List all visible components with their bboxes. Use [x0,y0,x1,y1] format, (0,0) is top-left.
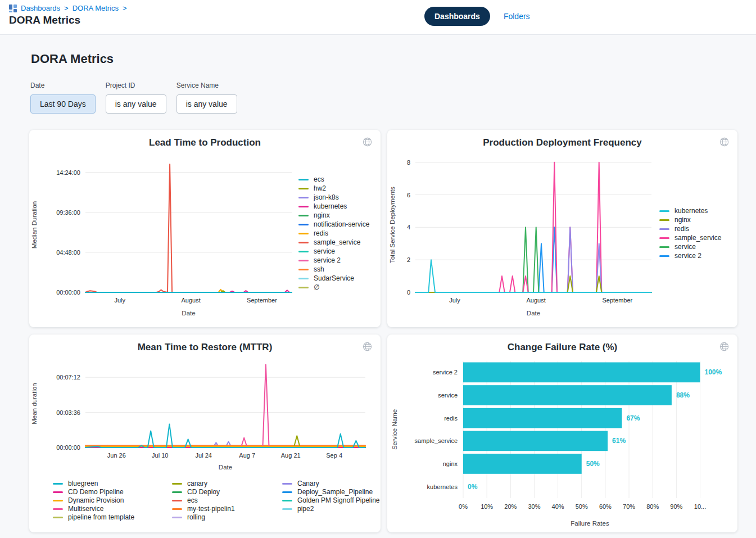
breadcrumb-dora-metrics-link[interactable]: DORA Metrics [73,4,119,12]
svg-text:20%: 20% [504,503,517,510]
service-name-filter-chip[interactable]: is any value [176,94,237,114]
legend-swatch [53,508,63,510]
svg-text:August: August [181,297,200,304]
legend-item-cd-deploy[interactable]: CD Deploy [172,488,282,496]
breadcrumb-dashboards-link[interactable]: Dashboards [21,4,60,12]
svg-text:2: 2 [407,256,410,263]
svg-text:Aug 21: Aug 21 [281,452,301,459]
legend-item-notification-service[interactable]: notification-service [298,220,369,229]
legend-item-canary[interactable]: Canary [282,480,381,488]
breadcrumb-separator: > [64,4,69,12]
svg-text:50%: 50% [586,460,600,468]
date-filter-chip[interactable]: Last 90 Days [30,94,96,114]
deployment-frequency-chart-canvas[interactable]: 02468JulyAugustSeptemberDateTotal Servic… [387,148,657,318]
legend-swatch [53,517,63,518]
legend-item-service[interactable]: service [298,247,369,256]
svg-text:Jun 26: Jun 26 [107,452,126,459]
legend-item-deploy-sample-pipeline[interactable]: Deploy_Sample_Pipeline [282,488,381,496]
mttr-chart-canvas[interactable]: 00:00:0000:03:3600:07:12Jun 26Jul 10Jul … [29,353,371,472]
svg-text:4: 4 [407,224,410,230]
tab-dashboards[interactable]: Dashboards [424,7,490,26]
legend-item-service-2[interactable]: service 2 [298,256,369,265]
legend-item-multiservice[interactable]: Multiservice [53,505,172,513]
legend-swatch [298,251,309,252]
legend-label: CD Demo Pipeline [68,488,124,496]
legend-swatch [282,508,292,510]
globe-icon [719,137,730,147]
legend-item-my-test-pipelin1[interactable]: my-test-pipelin1 [172,505,282,513]
legend-item-kubernetes[interactable]: kubernetes [298,202,369,211]
legend-swatch [298,179,309,180]
globe-icon [719,341,730,352]
legend-item-ecs[interactable]: ecs [298,175,369,184]
legend-item-service-2[interactable]: service 2 [659,252,721,260]
svg-text:88%: 88% [676,391,690,399]
legend-item-ecs[interactable]: ecs [172,496,282,505]
legend-item-sudarservice[interactable]: SudarService [298,274,369,283]
legend-label: notification-service [314,220,369,229]
legend-swatch [298,233,309,234]
legend-swatch [282,491,292,493]
legend-swatch [298,188,309,189]
legend-label: kubernetes [314,202,347,211]
legend-item-ssh[interactable]: ssh [298,265,369,274]
legend-item-bluegreen[interactable]: bluegreen [53,480,172,488]
legend-item-service[interactable]: service [659,243,721,251]
legend-label: pipeline from template [68,513,134,522]
svg-text:Date: Date [182,310,195,317]
legend-swatch [282,500,292,501]
legend-item-dynamic-provision[interactable]: Dynamic Provision [53,496,172,505]
legend-label: kubernetes [674,207,708,215]
legend-item-json-k8s[interactable]: json-k8s [298,193,369,202]
legend-item-nginx[interactable]: nginx [298,211,369,220]
legend-item-pipeline-from-template[interactable]: pipeline from template [53,513,172,522]
change-failure-rate-chart-canvas[interactable]: 0%10%20%30%40%50%60%70%80%90%10...servic… [390,353,727,528]
mttr-chart-title: Mean Time to Restore (MTTR) [29,342,381,353]
legend-item-sample-service[interactable]: sample_service [298,238,369,247]
legend-label: ∅ [314,283,319,292]
filter-project-id: Project ID is any value [106,82,166,114]
legend-item-cd-demo-pipeline[interactable]: CD Demo Pipeline [53,488,172,496]
legend-label: pipe2 [297,505,314,513]
legend-item-golden-pm-signoff-pipeline[interactable]: Golden PM Signoff Pipeline [282,496,381,505]
svg-text:Jul 10: Jul 10 [152,452,168,459]
filter-service-name: Service Name is any value [176,82,237,114]
lead-time-chart-legend: ecshw2json-k8skubernetesnginxnotificatio… [298,175,369,292]
legend-label: Dynamic Provision [68,496,124,505]
svg-text:Failure Rates: Failure Rates [571,520,609,527]
legend-label: CD Deploy [187,488,220,496]
project-id-filter-chip[interactable]: is any value [106,94,166,114]
legend-swatch [53,500,63,501]
legend-label: canary [187,480,207,488]
svg-text:service 2: service 2 [433,369,458,376]
legend-item-canary[interactable]: canary [172,480,282,488]
window-title: DORA Metrics [9,14,747,26]
legend-swatch [298,278,309,279]
svg-text:0%: 0% [468,483,478,491]
svg-text:August: August [527,297,546,304]
lead-time-chart-canvas[interactable]: 00:00:0004:48:0009:36:0014:24:00JulyAugu… [29,148,296,318]
svg-text:80%: 80% [646,503,659,510]
svg-text:nginx: nginx [443,460,458,467]
legend-item-redis[interactable]: redis [298,229,369,238]
legend-item-rolling[interactable]: rolling [172,513,282,522]
svg-text:0%: 0% [459,503,468,510]
breadcrumb: Dashboards > DORA Metrics > [9,4,747,12]
legend-swatch [659,210,669,212]
tab-folders[interactable]: Folders [504,12,530,21]
legend-item-redis[interactable]: redis [659,225,721,233]
legend-item-kubernetes[interactable]: kubernetes [659,207,721,215]
page-title: DORA Metrics [31,52,737,66]
legend-item--[interactable]: ∅ [298,283,369,292]
breadcrumb-separator: > [123,4,127,12]
legend-swatch [53,491,63,493]
legend-item-hw2[interactable]: hw2 [298,184,369,193]
legend-item-sample-service[interactable]: sample_service [659,234,721,242]
svg-text:July: July [449,297,460,304]
svg-text:50%: 50% [576,503,588,510]
charts-grid: Lead Time to Production 00:00:0004:48:00… [29,130,737,532]
legend-swatch [298,224,309,225]
svg-text:Total Service Deployments: Total Service Deployments [389,187,396,263]
legend-item-pipe2[interactable]: pipe2 [282,505,381,513]
legend-item-nginx[interactable]: nginx [659,216,721,224]
